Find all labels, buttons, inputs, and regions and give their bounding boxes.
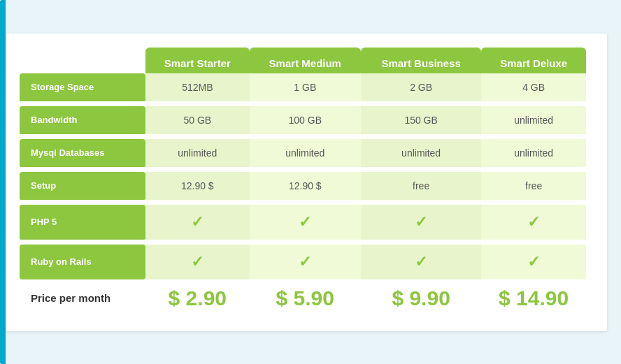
data-cell: 4 GB (481, 73, 586, 103)
price-medium: $ 5.90 (250, 279, 361, 317)
data-cell: ✓ (481, 245, 586, 279)
data-cell: ✓ (481, 205, 586, 242)
data-cell: unlimited (145, 139, 250, 169)
checkmark-icon: ✓ (527, 253, 540, 270)
price-starter: $ 2.90 (145, 279, 250, 317)
data-cell: unlimited (361, 139, 481, 169)
table-row: Setup12.90 $12.90 $freefree (20, 172, 586, 202)
data-cell: unlimited (250, 139, 361, 169)
checkmark-icon: ✓ (299, 253, 311, 270)
table-row: PHP 5✓✓✓✓ (20, 205, 586, 242)
row-label: Setup (20, 172, 145, 202)
row-label: Mysql Databases (20, 139, 145, 169)
checkmark-icon: ✓ (299, 213, 311, 231)
table-row: Bandwidth50 GB100 GB150 GBunlimited (20, 106, 586, 136)
data-cell: 2 GB (361, 73, 481, 103)
checkmark-icon: ✓ (415, 253, 427, 270)
data-cell: 150 GB (361, 106, 481, 136)
data-cell: 1 GB (250, 73, 361, 103)
checkmark-icon: ✓ (415, 213, 427, 231)
data-cell: free (481, 172, 586, 202)
data-cell: 100 GB (250, 106, 361, 136)
table-row: Ruby on Rails✓✓✓✓ (20, 245, 586, 279)
row-label: Ruby on Rails (20, 245, 145, 279)
price-row: Price per month $ 2.90 $ 5.90 $ 9.90 $ 1… (20, 279, 586, 317)
row-label: PHP 5 (20, 205, 145, 242)
row-label: Storage Space (20, 73, 145, 103)
data-cell: free (361, 172, 481, 202)
table-body: Storage Space512MB1 GB2 GB4 GBBandwidth5… (20, 73, 586, 279)
data-cell: ✓ (361, 205, 481, 242)
data-cell: ✓ (145, 205, 250, 242)
row-label: Bandwidth (20, 106, 145, 136)
data-cell: ✓ (145, 245, 250, 279)
page-wrapper: Smart Starter Smart Medium Smart Busines… (0, 0, 621, 364)
data-cell: unlimited (481, 139, 586, 169)
checkmark-icon: ✓ (527, 213, 540, 231)
checkmark-icon: ✓ (191, 213, 204, 231)
header-smart-starter: Smart Starter (145, 48, 250, 73)
header-smart-deluxe: Smart Deluxe (481, 48, 586, 73)
header-smart-business: Smart Business (361, 48, 481, 73)
header-row: Smart Starter Smart Medium Smart Busines… (20, 48, 586, 73)
data-cell: 12.90 $ (145, 172, 250, 202)
data-cell: 12.90 $ (250, 172, 361, 202)
pricing-table: Smart Starter Smart Medium Smart Busines… (20, 48, 586, 317)
table-row: Storage Space512MB1 GB2 GB4 GB (20, 73, 586, 103)
data-cell: ✓ (250, 205, 361, 242)
header-smart-medium: Smart Medium (250, 48, 361, 73)
table-row: Mysql Databasesunlimitedunlimitedunlimit… (20, 139, 586, 169)
data-cell: unlimited (481, 106, 586, 136)
data-cell: ✓ (250, 245, 361, 279)
price-business: $ 9.90 (361, 279, 481, 317)
data-cell: 50 GB (145, 106, 250, 136)
price-deluxe: $ 14.90 (481, 279, 586, 317)
checkmark-icon: ✓ (191, 253, 204, 270)
data-cell: 512MB (145, 73, 250, 103)
left-accent-bar (0, 0, 6, 364)
empty-header-label (20, 48, 145, 73)
pricing-card: Smart Starter Smart Medium Smart Busines… (6, 34, 607, 331)
price-per-month-label: Price per month (20, 279, 145, 317)
data-cell: ✓ (361, 245, 481, 279)
